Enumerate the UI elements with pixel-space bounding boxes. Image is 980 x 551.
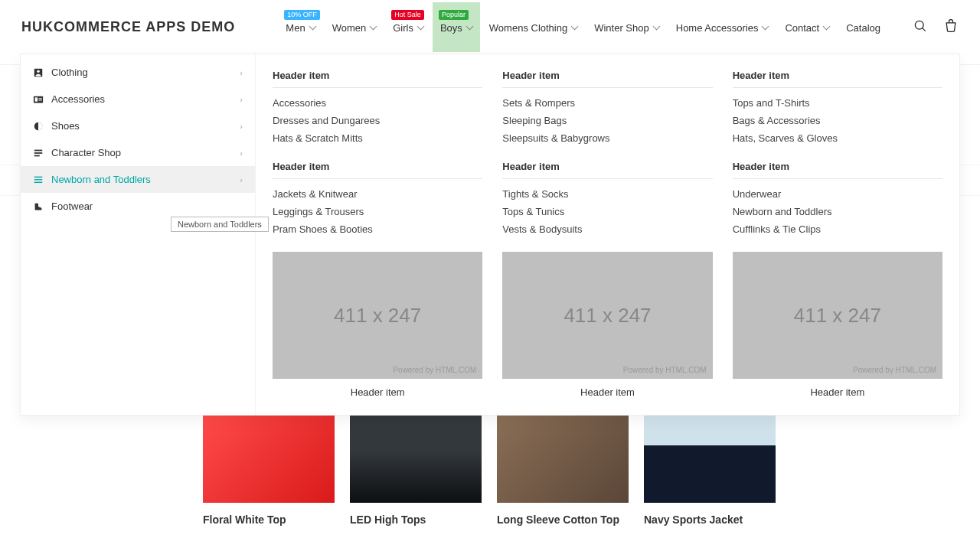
mega-link[interactable]: Underwear [733, 185, 942, 203]
sidebar-item-footwear[interactable]: Footwear [21, 193, 255, 220]
mega-sidebar: Clothing › Accessories › Shoes › Charact… [21, 54, 256, 415]
chevron-down-icon [823, 23, 831, 31]
mega-promo-caption: Header item [810, 386, 864, 398]
sidebar-item-label: Accessories [51, 93, 105, 105]
chevron-down-icon [370, 23, 377, 31]
chevron-right-icon: › [240, 68, 243, 77]
mega-columns: Header item Accessories Dresses and Dung… [256, 54, 959, 415]
nav-label: Boys [440, 22, 462, 34]
product-image[interactable] [350, 415, 482, 503]
search-icon[interactable] [913, 18, 928, 36]
sidebar-item-clothing[interactable]: Clothing › [21, 59, 255, 86]
svg-rect-14 [34, 181, 43, 182]
cart-icon[interactable] [943, 18, 959, 36]
nav-men[interactable]: 10% OFF Men [278, 2, 322, 52]
product-title[interactable]: Long Sleeve Cotton Top [497, 514, 629, 526]
nav-label: Girls [393, 22, 413, 34]
svg-rect-12 [34, 176, 43, 177]
nav-catalog[interactable]: Catalog [838, 2, 888, 52]
sidebar-item-label: Character Shop [51, 147, 121, 158]
chevron-right-icon: › [240, 122, 243, 131]
mega-menu: Clothing › Accessories › Shoes › Charact… [20, 54, 960, 416]
product-title[interactable]: LED High Tops [350, 514, 482, 526]
mega-link[interactable]: Sets & Rompers [502, 94, 712, 112]
badge: Hot Sale [391, 10, 424, 20]
mega-link[interactable]: Vests & Bodysuits [502, 220, 712, 238]
mega-link[interactable]: Cufflinks & Tie Clips [733, 220, 942, 238]
mega-link[interactable]: Jackets & Knitwear [273, 185, 482, 203]
mega-column: Header item Accessories Dresses and Dung… [273, 70, 482, 147]
chevron-down-icon [416, 23, 424, 31]
sidebar-item-label: Shoes [51, 120, 80, 132]
mega-link[interactable]: Hats & Scratch Mitts [273, 129, 482, 147]
sidebar-item-character-shop[interactable]: Character Shop › [21, 139, 255, 166]
nav-girls[interactable]: Hot Sale Girls [385, 2, 431, 52]
mega-link[interactable]: Pram Shoes & Booties [273, 220, 482, 238]
id-icon [33, 94, 44, 105]
mega-column-header: Header item [733, 70, 942, 88]
sidebar-item-newborn-toddlers[interactable]: Newborn and Toddlers › [21, 166, 255, 193]
nav-boys[interactable]: Popular Boys [433, 2, 480, 52]
nav-label: Women [332, 22, 367, 34]
mega-link[interactable]: Hats, Scarves & Gloves [733, 129, 942, 147]
bars-icon [33, 148, 44, 158]
sidebar-item-accessories[interactable]: Accessories › [21, 86, 255, 112]
mega-link[interactable]: Tops & Tunics [502, 203, 712, 220]
mega-link[interactable]: Dresses and Dungarees [273, 112, 482, 129]
chevron-down-icon [571, 23, 579, 31]
svg-rect-11 [34, 155, 40, 156]
nav-label: Winter Shop [594, 22, 649, 34]
chevron-right-icon: › [240, 95, 243, 104]
tooltip: Newborn and Toddlers [171, 217, 269, 232]
badge: 10% OFF [284, 10, 320, 20]
nav-women[interactable]: Women [325, 2, 384, 52]
nav-womens-clothing[interactable]: Womens Clothing [482, 2, 585, 52]
chevron-down-icon [466, 23, 473, 31]
mega-promo[interactable]: 411 x 247 Powered by HTML.COM Header ite… [733, 252, 942, 398]
mega-promo-caption: Header item [351, 386, 405, 398]
main-nav: 10% OFF Men Women Hot Sale Girls Popular… [278, 2, 888, 52]
product-title[interactable]: Navy Sports Jacket [644, 514, 776, 526]
svg-point-3 [37, 70, 40, 73]
nav-winter-shop[interactable]: Winter Shop [586, 2, 667, 52]
chevron-right-icon: › [240, 148, 243, 158]
placeholder-dim: 411 x 247 [794, 304, 881, 328]
svg-rect-7 [38, 99, 41, 100]
product-image[interactable] [203, 415, 335, 503]
nav-label: Womens Clothing [489, 22, 567, 34]
mega-link[interactable]: Tops and T-Shirts [733, 94, 942, 112]
mega-link[interactable]: Tights & Socks [502, 185, 712, 203]
mega-column: Header item Underwear Newborn and Toddle… [733, 161, 942, 238]
header: HUKCOMMERCE APPS DEMO 10% OFF Men Women … [0, 0, 980, 54]
mega-column: Header item Tights & Socks Tops & Tunics… [502, 161, 712, 238]
svg-point-0 [915, 21, 923, 29]
mega-link[interactable]: Newborn and Toddlers [733, 203, 942, 220]
contrast-icon [33, 121, 44, 132]
mega-link[interactable]: Accessories [273, 94, 482, 112]
product-image[interactable] [497, 415, 629, 503]
mega-column: Header item Tops and T-Shirts Bags & Acc… [733, 70, 942, 147]
sidebar-item-shoes[interactable]: Shoes › [21, 112, 255, 139]
person-icon [33, 67, 44, 78]
lines-icon [33, 174, 44, 185]
mega-link[interactable]: Sleepsuits & Babygrows [502, 129, 712, 147]
mega-link[interactable]: Leggings & Trousers [273, 203, 482, 220]
mega-column-header: Header item [273, 70, 482, 88]
placeholder-credit: Powered by HTML.COM [623, 366, 707, 374]
brand-title[interactable]: HUKCOMMERCE APPS DEMO [21, 19, 235, 35]
nav-label: Men [286, 22, 305, 34]
placeholder-dim: 411 x 247 [334, 304, 421, 328]
nav-home-accessories[interactable]: Home Accessories [668, 2, 776, 52]
mega-promo[interactable]: 411 x 247 Powered by HTML.COM Header ite… [502, 252, 712, 398]
product-image[interactable] [644, 415, 776, 503]
mega-column-header: Header item [502, 161, 712, 179]
nav-contact[interactable]: Contact [777, 2, 837, 52]
mega-promo[interactable]: 411 x 247 Powered by HTML.COM Header ite… [273, 252, 482, 398]
mega-column-header: Header item [733, 161, 942, 179]
placeholder-dim: 411 x 247 [564, 304, 651, 328]
product-title[interactable]: Floral White Top [203, 514, 335, 526]
mega-link[interactable]: Sleeping Bags [502, 112, 712, 129]
sidebar-item-label: Clothing [51, 67, 88, 78]
svg-rect-6 [38, 98, 41, 99]
mega-link[interactable]: Bags & Accessories [733, 112, 942, 129]
